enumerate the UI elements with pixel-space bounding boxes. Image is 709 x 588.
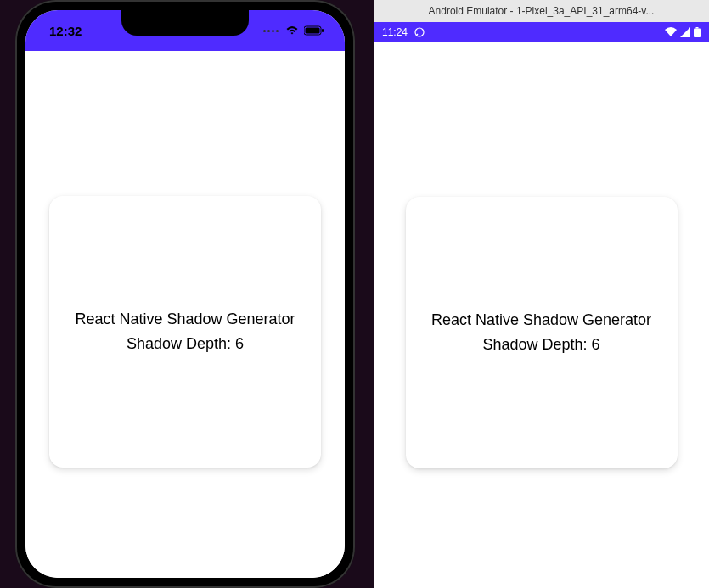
wifi-icon [285, 25, 299, 36]
android-status-right [665, 27, 701, 37]
ios-app-content: React Native Shadow Generator Shadow Dep… [25, 51, 345, 578]
ios-status-time: 12:32 [49, 24, 82, 38]
ios-notch [121, 10, 249, 36]
svg-rect-4 [696, 27, 699, 29]
card-title: React Native Shadow Generator [75, 311, 295, 328]
android-app-content: React Native Shadow Generator Shadow Dep… [374, 42, 709, 588]
wifi-icon [665, 27, 677, 37]
svg-rect-1 [306, 28, 320, 34]
window-title: Android Emulator - 1-Pixel_3a_API_31_arm… [429, 5, 655, 17]
android-emulator-window: Android Emulator - 1-Pixel_3a_API_31_arm… [374, 0, 709, 588]
ios-device-frame: 12:32 React Native [15, 0, 355, 588]
android-status-bar: 11:24 [374, 22, 709, 42]
svg-rect-5 [694, 29, 701, 38]
android-status-left: 11:24 [382, 26, 425, 38]
shadow-card: React Native Shadow Generator Shadow Dep… [406, 197, 678, 468]
ios-screen: 12:32 React Native [25, 10, 345, 578]
android-status-time: 11:24 [382, 26, 408, 38]
cellular-icon [680, 27, 690, 37]
battery-icon [694, 27, 701, 37]
android-window-titlebar[interactable]: Android Emulator - 1-Pixel_3a_API_31_arm… [374, 0, 709, 22]
message-icon [414, 27, 425, 37]
battery-icon [304, 25, 324, 36]
cellular-icon [263, 30, 279, 32]
card-subtitle: Shadow Depth: 6 [127, 335, 244, 353]
card-subtitle: Shadow Depth: 6 [482, 336, 599, 354]
svg-rect-2 [322, 29, 324, 32]
shadow-card: React Native Shadow Generator Shadow Dep… [49, 196, 321, 468]
card-title: React Native Shadow Generator [431, 311, 651, 329]
ios-status-icons [263, 25, 324, 36]
